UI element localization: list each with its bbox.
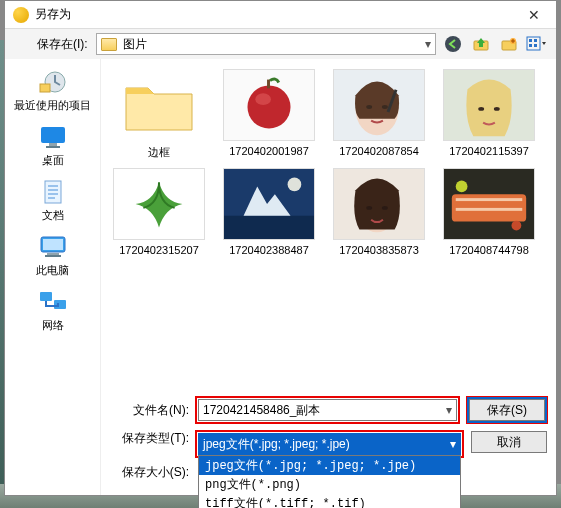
filetype-option[interactable]: png文件(*.png) bbox=[199, 475, 460, 494]
image-thumbnail bbox=[333, 69, 425, 141]
svg-rect-21 bbox=[47, 253, 59, 255]
documents-icon bbox=[37, 178, 69, 206]
image-thumbnail bbox=[443, 168, 535, 240]
image-thumbnail bbox=[223, 69, 315, 141]
svg-point-44 bbox=[366, 206, 372, 210]
file-item[interactable]: 1720402001987 bbox=[219, 69, 319, 160]
file-item[interactable]: 1720402388487 bbox=[219, 168, 319, 256]
window-title: 另存为 bbox=[35, 6, 514, 23]
svg-rect-11 bbox=[41, 127, 65, 143]
svg-rect-6 bbox=[534, 39, 537, 42]
computer-icon bbox=[37, 233, 69, 261]
desktop-icon bbox=[37, 123, 69, 151]
folder-icon bbox=[101, 38, 117, 51]
sidebar-item-desktop[interactable]: 桌面 bbox=[10, 120, 96, 169]
svg-rect-7 bbox=[529, 44, 532, 47]
svg-rect-10 bbox=[40, 84, 50, 92]
file-item[interactable]: 1720402087854 bbox=[329, 69, 429, 160]
back-button[interactable] bbox=[442, 33, 464, 55]
svg-point-37 bbox=[494, 107, 500, 111]
sidebar-item-network[interactable]: 网络 bbox=[10, 285, 96, 334]
network-icon bbox=[37, 288, 69, 316]
titlebar: 另存为 ✕ bbox=[5, 1, 556, 29]
filetype-option[interactable]: jpeg文件(*.jpg; *.jpeg; *.jpe) bbox=[199, 456, 460, 475]
up-button[interactable] bbox=[470, 33, 492, 55]
svg-rect-8 bbox=[534, 44, 537, 47]
svg-point-31 bbox=[366, 105, 372, 109]
filetype-label: 保存类型(T): bbox=[109, 430, 189, 447]
image-thumbnail bbox=[113, 168, 205, 240]
cancel-button[interactable]: 取消 bbox=[471, 431, 547, 453]
svg-rect-14 bbox=[45, 181, 61, 203]
svg-point-45 bbox=[382, 206, 388, 210]
svg-point-0 bbox=[445, 36, 461, 52]
svg-rect-28 bbox=[267, 80, 270, 89]
svg-rect-4 bbox=[527, 37, 540, 50]
svg-point-49 bbox=[456, 181, 468, 193]
sidebar-item-recent[interactable]: 最近使用的项目 bbox=[10, 65, 96, 114]
filename-input[interactable]: 1720421458486_副本 ▾ bbox=[198, 399, 457, 421]
svg-rect-20 bbox=[43, 239, 63, 250]
recent-icon bbox=[37, 68, 69, 96]
sidebar-item-documents[interactable]: 文档 bbox=[10, 175, 96, 224]
filetype-dropdown: jpeg文件(*.jpg; *.jpeg; *.jpe) png文件(*.png… bbox=[198, 455, 461, 508]
image-thumbnail bbox=[223, 168, 315, 240]
filename-label: 文件名(N): bbox=[109, 402, 189, 419]
folder-icon bbox=[113, 69, 205, 141]
save-as-dialog: 另存为 ✕ 保存在(I): 图片 ▾ 最近使用的项目 bbox=[4, 0, 557, 496]
close-icon: ✕ bbox=[528, 7, 540, 23]
svg-point-41 bbox=[288, 178, 302, 192]
sidebar-item-thispc[interactable]: 此电脑 bbox=[10, 230, 96, 279]
chevron-down-icon: ▾ bbox=[446, 403, 452, 417]
file-item[interactable]: 1720402315207 bbox=[109, 168, 209, 256]
save-in-combo[interactable]: 图片 ▾ bbox=[96, 33, 436, 55]
svg-rect-52 bbox=[456, 208, 523, 211]
filesize-label: 保存大小(S): bbox=[109, 464, 189, 481]
svg-rect-40 bbox=[224, 216, 314, 239]
svg-rect-12 bbox=[49, 143, 57, 146]
form-area: 文件名(N): 1720421458486_副本 ▾ 保存(S) bbox=[101, 392, 556, 495]
save-in-label: 保存在(I): bbox=[37, 36, 88, 53]
places-sidebar: 最近使用的项目 桌面 文档 此电脑 网络 bbox=[5, 59, 101, 495]
file-item[interactable]: 1720408744798 bbox=[439, 168, 539, 256]
save-button[interactable]: 保存(S) bbox=[469, 399, 545, 421]
file-item[interactable]: 1720402115397 bbox=[439, 69, 539, 160]
svg-point-26 bbox=[247, 85, 290, 128]
svg-rect-13 bbox=[46, 146, 60, 148]
view-menu-button[interactable] bbox=[526, 33, 548, 55]
svg-point-27 bbox=[255, 93, 271, 105]
svg-point-36 bbox=[478, 107, 484, 111]
close-button[interactable]: ✕ bbox=[514, 1, 554, 29]
svg-rect-22 bbox=[45, 255, 61, 257]
filetype-option[interactable]: tiff文件(*.tiff; *.tif) bbox=[199, 494, 460, 508]
svg-rect-24 bbox=[54, 300, 66, 309]
current-folder: 图片 bbox=[123, 36, 147, 53]
svg-point-32 bbox=[382, 105, 388, 109]
app-icon bbox=[13, 7, 29, 23]
chevron-down-icon: ▾ bbox=[450, 437, 456, 451]
file-item[interactable]: 1720403835873 bbox=[329, 168, 429, 256]
svg-rect-5 bbox=[529, 39, 532, 42]
location-toolbar: 保存在(I): 图片 ▾ bbox=[5, 29, 556, 59]
image-thumbnail bbox=[443, 69, 535, 141]
chevron-down-icon: ▾ bbox=[425, 37, 431, 51]
svg-rect-23 bbox=[40, 292, 52, 301]
new-folder-button[interactable] bbox=[498, 33, 520, 55]
file-item[interactable]: 边框 bbox=[109, 69, 209, 160]
image-thumbnail bbox=[333, 168, 425, 240]
svg-point-50 bbox=[512, 221, 522, 231]
file-browser[interactable]: 边框 1720402001987 1720402087854 172040211… bbox=[101, 59, 556, 392]
svg-rect-51 bbox=[456, 198, 523, 201]
filetype-combo[interactable]: jpeg文件(*.jpg; *.jpeg; *.jpe) ▾ bbox=[198, 433, 461, 455]
